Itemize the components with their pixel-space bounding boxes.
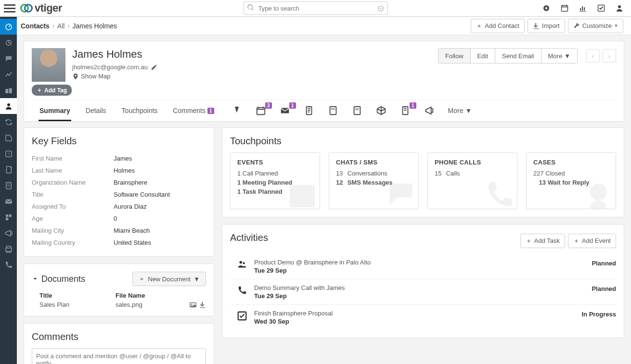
tab-invoice-icon[interactable]: 1	[400, 105, 411, 116]
sidebar-item-email[interactable]	[0, 193, 17, 209]
calendar-count-badge: 3	[265, 102, 272, 109]
sidebar-item-notes[interactable]	[0, 162, 17, 177]
sidebar-item-leads[interactable]	[0, 35, 17, 50]
edit-button[interactable]: Edit	[470, 49, 495, 63]
record-email[interactable]: jholmes2c@google.com.au	[72, 63, 148, 71]
logo[interactable]: vtiger	[19, 1, 62, 15]
tasks-icon[interactable]	[597, 4, 605, 12]
search-icon	[247, 4, 254, 11]
download-icon[interactable]	[199, 301, 206, 308]
add-contact-button[interactable]: ＋Add Contact	[471, 19, 525, 33]
customize-button[interactable]: Customize▼	[568, 19, 623, 33]
add-tag-button[interactable]: ＋Add Tag	[32, 85, 72, 96]
touchpoints-chats-card[interactable]: CHATS / SMS 13 Conversations 12 SMS Mess…	[329, 152, 419, 209]
activity-title: Product Demo @ Brainsphere in Palo Alto	[254, 259, 592, 266]
tab-mail-icon[interactable]: 1	[280, 105, 290, 116]
breadcrumb-list[interactable]: All	[57, 22, 65, 30]
activity-item[interactable]: Product Demo @ Brainsphere in Palo AltoT…	[230, 254, 616, 279]
document-row[interactable]: Sales Plan sales.png	[39, 301, 206, 308]
tab-document-icon[interactable]	[304, 105, 314, 116]
breadcrumb-module[interactable]: Contacts	[21, 22, 50, 30]
sidebar-item-sync[interactable]	[0, 114, 17, 130]
touchpoints-events-card[interactable]: EVENTS 1 Call Planned 1 Meeting Planned …	[230, 152, 320, 209]
sidebar-item-help[interactable]: ?	[0, 146, 17, 162]
import-button[interactable]: Import	[528, 19, 565, 33]
key-field-row[interactable]: Mailing CityMiami Beach	[32, 225, 206, 237]
tab-touchpoints[interactable]: Touchpoints	[114, 100, 166, 121]
sidebar-item-analytics[interactable]	[0, 66, 17, 82]
edit-email-icon[interactable]	[151, 64, 157, 71]
sidebar-item-organizations[interactable]	[0, 82, 17, 98]
sidebar-item-phone[interactable]	[0, 257, 17, 273]
search-scope-toggle[interactable]	[377, 5, 384, 12]
breadcrumb-record[interactable]: James Holmes	[72, 22, 117, 30]
tab-po-icon[interactable]: PO	[328, 105, 338, 116]
svg-rect-15	[257, 108, 265, 115]
tab-products-icon[interactable]	[376, 105, 386, 116]
tabs-more-button[interactable]: More ▼	[448, 107, 472, 114]
key-field-value: Brainsphere	[114, 179, 147, 186]
tab-campaigns-icon[interactable]	[424, 105, 435, 116]
sidebar-item-print[interactable]	[0, 241, 17, 257]
key-field-row[interactable]: Assigned ToAurora Diaz	[32, 201, 206, 213]
activity-item[interactable]: Finish Brainsphere ProposalWed 30 SepIn …	[230, 305, 616, 330]
sidebar-item-campaigns[interactable]	[0, 225, 17, 241]
prev-record-button[interactable]: ‹	[586, 49, 600, 63]
sidebar-item-calculator[interactable]	[0, 177, 17, 193]
touchpoints-phone-card[interactable]: PHONE CALLS 15 Calls	[427, 152, 517, 209]
new-document-button[interactable]: ＋New Document▼	[132, 272, 206, 286]
key-field-value: Aurora Diaz	[114, 203, 147, 210]
follow-button[interactable]: Follow	[438, 49, 470, 63]
sidebar-item-messages[interactable]	[0, 50, 17, 66]
send-email-button[interactable]: Send Email	[495, 49, 541, 63]
preview-icon[interactable]	[190, 301, 196, 308]
show-map-link[interactable]: Show Map	[72, 73, 157, 80]
top-utility-icons	[542, 4, 623, 12]
tab-so-icon[interactable]: SO	[352, 105, 362, 116]
hamburger-menu[interactable]	[4, 2, 15, 14]
tab-calendar-icon[interactable]: 3	[256, 105, 266, 116]
key-field-value: Miami Beach	[114, 227, 150, 234]
tab-summary[interactable]: Summary	[32, 100, 78, 121]
more-actions-button[interactable]: More▼	[541, 49, 578, 63]
svg-rect-14	[6, 217, 8, 220]
add-event-button[interactable]: ＋Add Event	[568, 234, 616, 248]
key-field-row[interactable]: Last NameHolmes	[32, 164, 206, 176]
activity-type-icon	[230, 284, 254, 296]
download-icon	[533, 23, 540, 29]
sidebar-item-dashboard[interactable]	[0, 19, 17, 35]
document-title: Sales Plan	[39, 301, 116, 308]
key-field-row[interactable]: Mailing CountryUnited States	[32, 237, 206, 249]
calendar-icon[interactable]	[561, 4, 568, 12]
quick-create-icon[interactable]	[542, 4, 550, 12]
documents-col-title: Title	[39, 292, 116, 299]
mail-count-badge: 1	[289, 102, 296, 109]
tab-quotes-icon[interactable]	[232, 105, 242, 116]
tab-details[interactable]: Details	[78, 100, 114, 121]
chevron-right-icon: ›	[52, 23, 54, 29]
avatar[interactable]	[32, 48, 65, 82]
comment-input[interactable]	[32, 348, 206, 364]
sidebar-item-contacts[interactable]	[0, 98, 17, 114]
reports-icon[interactable]	[579, 4, 587, 12]
record-action-group: Follow Edit Send Email More▼	[438, 48, 578, 63]
activity-item[interactable]: Demo Summary Call with JamesTue 29 SepPl…	[230, 279, 616, 305]
sidebar-item-inventory[interactable]	[0, 209, 17, 225]
key-field-row[interactable]: Age0	[32, 213, 206, 225]
key-field-row[interactable]: First NameJames	[32, 152, 206, 164]
svg-point-30	[240, 261, 243, 264]
key-field-row[interactable]: TitleSoftware Consultant	[32, 188, 206, 201]
key-field-row[interactable]: Organization NameBrainsphere	[32, 176, 206, 188]
top-bar: vtiger	[0, 0, 631, 17]
touchpoints-cases-card[interactable]: CASES 227 Closed 13 Wait for Reply	[526, 152, 616, 209]
user-menu-icon[interactable]	[616, 4, 623, 12]
key-field-label: Last Name	[32, 167, 114, 174]
add-task-button[interactable]: ＋Add Task	[520, 234, 565, 248]
document-filename: sales.png	[116, 301, 142, 308]
global-search-input[interactable]	[244, 1, 388, 15]
chevron-down-icon[interactable]	[32, 276, 39, 282]
key-field-label: Title	[32, 191, 114, 198]
tab-comments[interactable]: Comments1	[165, 100, 221, 121]
sidebar-item-deals[interactable]	[0, 130, 17, 146]
next-record-button[interactable]: ›	[603, 49, 616, 63]
